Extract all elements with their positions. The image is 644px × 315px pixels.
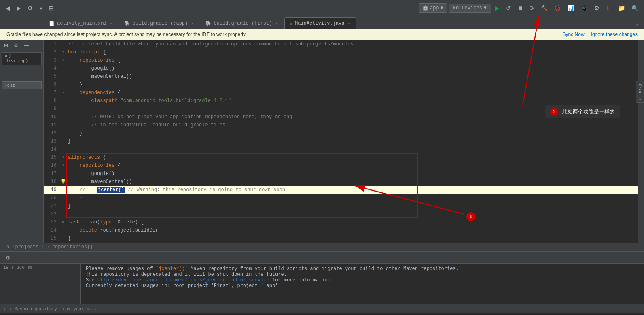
refresh-button[interactable]: ↺ <box>504 3 513 13</box>
sdk-manager-btn[interactable]: ⚙ <box>592 3 602 13</box>
breadcrumb-sep: › <box>47 244 50 250</box>
app-dropdown-icon: ▼ <box>441 5 443 11</box>
code-editor[interactable]: 1 // Top-level build file where you can … <box>44 40 638 243</box>
code-line-12: 12 } <box>44 129 638 137</box>
bottom-settings-btn[interactable]: ⚙ <box>3 254 13 262</box>
sync-button[interactable]: ⟳ <box>527 3 537 13</box>
code-line-1: 1 // Top-level build file where you can … <box>44 40 638 48</box>
avd-manager-btn[interactable]: 🖥 <box>604 3 614 13</box>
console-output: Please remove usages of `jcenter()` Mave… <box>81 264 644 304</box>
breadcrumb: allprojects{} › repositories{} <box>0 243 644 251</box>
code-line-8: 8 classpath "com.android.tools.build:gra… <box>44 97 638 105</box>
app-selector[interactable]: 🤖 app ▼ <box>419 3 447 13</box>
code-line-4: 4 google() <box>44 64 638 72</box>
stop-button[interactable]: ⏹ <box>515 3 525 13</box>
code-line-20: 20 } <box>44 194 638 202</box>
tab-close-build-gradle-first[interactable]: ✕ <box>274 21 278 26</box>
code-line-9: 9 <box>44 105 638 113</box>
tab-icon-build-gradle-app: 🐘 <box>124 21 130 26</box>
breadcrumb-item-0: allprojects{} <box>6 244 44 250</box>
sidebar-toggle-btn[interactable]: ⊟ <box>2 42 10 49</box>
tab-close-build-gradle-app[interactable]: ✕ <box>190 21 194 26</box>
sidebar-settings-btn[interactable]: ⚙ <box>12 42 20 49</box>
code-line-16: 16 ▾ repositories { <box>44 162 638 170</box>
expand-btn[interactable]: ⊟ <box>47 3 56 13</box>
app-icon: 🤖 <box>422 5 428 11</box>
tab-close-activity-main[interactable]: ✕ <box>109 21 113 26</box>
device-file-btn[interactable]: 📁 <box>616 3 627 13</box>
code-line-19: 19 // jcenter() // Warning: this reposit… <box>44 186 638 194</box>
right-panel <box>638 40 644 243</box>
sidebar-project-label: First.app) <box>4 59 40 64</box>
code-line-3: 3 ▾ repositories { <box>44 56 638 64</box>
notification-bar: Gradle files have changed since last pro… <box>0 29 644 40</box>
no-devices-button[interactable]: No Devices ▼ <box>449 4 491 13</box>
sidebar-section-label: on) <box>4 54 40 58</box>
code-line-24: 24 delete rootProject.buildDir <box>44 226 638 234</box>
menu-btn[interactable]: ≡ <box>37 3 45 13</box>
code-line-7: 7 ▾ dependencies { <box>44 89 638 97</box>
tab-activity-main[interactable]: 📄 activity_main.xml ✕ <box>44 17 118 29</box>
code-line-18: 18 💡 mavenCentral() <box>44 178 638 186</box>
run-button[interactable]: ▶ <box>493 3 502 13</box>
ignore-changes-link[interactable]: Ignore these changes <box>591 32 638 37</box>
tab-icon-main-activity: ☕ <box>290 21 292 26</box>
code-line-6: 6 } <box>44 81 638 89</box>
bottom-panel: ⚙ — 18 s 260 ms Please remove usages of … <box>0 251 644 304</box>
console-text-warn1: Please remove usages of ` <box>86 266 159 272</box>
timing-value: 18 s 260 ms <box>3 265 77 270</box>
no-devices-label: No Devices <box>453 5 482 11</box>
status-bar: ↓ ↓ Maven repository from your b... <box>0 304 644 313</box>
console-link[interactable]: http://developer.android.com/r/tools/jce… <box>97 277 269 283</box>
sync-ok-icon: ✓ <box>635 21 644 29</box>
timing-indicator: 18 s 260 ms <box>0 264 81 304</box>
console-line-4: Currently detected usages in: root proje… <box>86 283 639 289</box>
settings-btn[interactable]: ⚙ <box>25 3 35 13</box>
tab-icon-activity-main: 📄 <box>49 21 55 26</box>
forward-btn[interactable]: ▶ <box>14 3 23 13</box>
tab-label-main-activity: MainActivity.java <box>295 21 344 26</box>
build-btn[interactable]: 🔨 <box>538 3 550 13</box>
code-line-2: 2 ▾ buildscript { <box>44 48 638 56</box>
console-see-text2: for more information. <box>269 277 333 283</box>
status-text: ↓ Maven repository from your b... <box>9 306 97 311</box>
tab-label-build-gradle-app: build.gradle (:app) <box>132 21 188 26</box>
console-see-text: See <box>86 277 97 283</box>
console-warn-jcenter: jcenter() <box>159 266 185 272</box>
device-manager-btn[interactable]: 📱 <box>578 3 590 13</box>
no-devices-dropdown-icon: ▼ <box>484 5 487 11</box>
sidebar-test-item[interactable]: Test <box>2 81 42 89</box>
gradle-side-tab[interactable]: Gradle <box>636 81 644 103</box>
tab-build-gradle-app[interactable]: 🐘 build.gradle (:app) ✕ <box>119 17 199 29</box>
code-line-17: 17 google() <box>44 170 638 178</box>
console-text-deprecated: This repository is deprecated and it wil… <box>86 272 287 277</box>
tab-label-build-gradle-first: build.gradle (First) <box>214 21 272 26</box>
breadcrumb-item-1: repositories{} <box>52 244 93 250</box>
console-text-warn1b: ` Maven repository from your build scrip… <box>185 266 459 272</box>
tab-main-activity[interactable]: ☕ MainActivity.java ✕ <box>284 17 356 29</box>
tab-close-main-activity[interactable]: ✕ <box>347 21 351 26</box>
code-line-23: 23 ▶ task clean(type: Delete) { <box>44 218 638 226</box>
code-line-15: 15 ▾ allprojects { <box>44 153 638 162</box>
sidebar-panel: on) First.app) <box>2 52 42 65</box>
search-everywhere-btn[interactable]: 🔍 <box>629 3 641 13</box>
sidebar-minimize-btn[interactable]: — <box>22 42 30 49</box>
editor-tabs: 📄 activity_main.xml ✕ 🐘 build.gradle (:a… <box>0 16 644 29</box>
console-line-1: Please remove usages of `jcenter()` Mave… <box>86 266 639 272</box>
left-sidebar: ⊟ ⚙ — on) First.app) Test <box>0 40 44 243</box>
console-line-3: See http://developer.android.com/r/tools… <box>86 277 639 283</box>
profile-btn[interactable]: 📊 <box>565 3 577 13</box>
console-line-2: This repository is deprecated and it wil… <box>86 272 639 277</box>
debug-btn[interactable]: 🐞 <box>552 3 564 13</box>
tab-label-activity-main: activity_main.xml <box>57 21 106 26</box>
tab-icon-build-gradle-first: 🐘 <box>205 21 211 26</box>
toolbar: ◀ ▶ ⚙ ≡ ⊟ 🤖 app ▼ No Devices ▼ ▶ ↺ ⏹ ⟳ 🔨… <box>0 0 644 16</box>
code-line-21: 21 } <box>44 202 638 210</box>
back-btn[interactable]: ◀ <box>3 3 13 13</box>
tab-build-gradle-first[interactable]: 🐘 build.gradle (First) ✕ <box>200 17 284 29</box>
code-line-5: 5 mavenCentral() <box>44 72 638 81</box>
bottom-expand-btn[interactable]: — <box>16 254 25 262</box>
bottom-toolbar: ⚙ — <box>0 252 644 264</box>
sync-now-link[interactable]: Sync Now <box>563 32 585 37</box>
code-line-10: 10 // NOTE: Do not place your applicatio… <box>44 113 638 121</box>
